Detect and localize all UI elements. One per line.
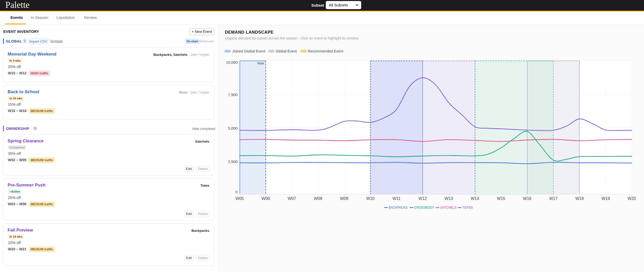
svg-text:W14: W14 (471, 196, 479, 201)
svg-text:SATCHELS: SATCHELS (440, 206, 457, 209)
svg-text:W16: W16 (523, 196, 531, 201)
svg-text:TOTES: TOTES (462, 206, 473, 209)
svg-text:W17: W17 (549, 196, 558, 201)
svg-text:W07: W07 (288, 196, 296, 201)
svg-text:W10: W10 (366, 196, 375, 201)
svg-text:W20: W20 (628, 196, 636, 201)
svg-text:W19: W19 (602, 196, 610, 201)
svg-text:7,500: 7,500 (228, 92, 238, 97)
svg-text:10,000: 10,000 (226, 60, 238, 64)
svg-text:2,500: 2,500 (228, 159, 238, 164)
svg-text:0: 0 (236, 190, 238, 194)
svg-text:BACKPACKS: BACKPACKS (389, 206, 407, 209)
svg-text:W12: W12 (418, 196, 427, 201)
svg-text:Now: Now (257, 61, 264, 65)
svg-text:5,000: 5,000 (228, 126, 238, 130)
svg-text:W05: W05 (236, 196, 244, 201)
svg-text:CROSSBODY: CROSSBODY (414, 206, 434, 209)
svg-text:W09: W09 (340, 196, 348, 201)
svg-text:W15: W15 (497, 196, 505, 201)
svg-text:W06: W06 (261, 196, 270, 201)
svg-text:W11: W11 (392, 196, 401, 201)
svg-text:W13: W13 (445, 196, 453, 201)
svg-text:W08: W08 (314, 196, 322, 201)
svg-text:W18: W18 (575, 196, 584, 201)
